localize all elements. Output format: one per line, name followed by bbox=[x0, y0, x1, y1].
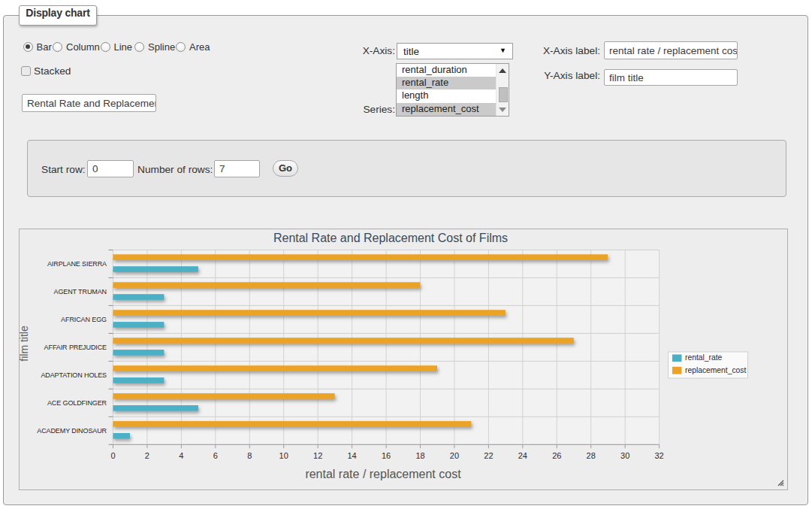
svg-text:6: 6 bbox=[213, 451, 218, 460]
svg-text:Rental Rate and Replacement Co: Rental Rate and Replacement Cost of Film… bbox=[273, 232, 508, 244]
svg-text:28: 28 bbox=[587, 451, 596, 460]
svg-text:8: 8 bbox=[247, 451, 252, 460]
svg-text:film title: film title bbox=[20, 326, 30, 362]
svg-text:30: 30 bbox=[620, 451, 629, 460]
svg-text:rental rate / replacement cost: rental rate / replacement cost bbox=[305, 468, 461, 480]
svg-text:AFFAIR PREJUDICE: AFFAIR PREJUDICE bbox=[44, 344, 107, 351]
svg-text:rental_rate: rental_rate bbox=[685, 353, 723, 362]
svg-text:18: 18 bbox=[415, 451, 424, 460]
svg-text:replacement_cost: replacement_cost bbox=[685, 366, 746, 374]
svg-text:AFRICAN EGG: AFRICAN EGG bbox=[61, 316, 107, 323]
svg-text:AIRPLANE SIERRA: AIRPLANE SIERRA bbox=[47, 260, 107, 268]
svg-text:AGENT TRUMAN: AGENT TRUMAN bbox=[54, 288, 107, 295]
svg-text:2: 2 bbox=[145, 451, 149, 460]
svg-text:ADAPTATION HOLES: ADAPTATION HOLES bbox=[41, 371, 107, 379]
svg-text:16: 16 bbox=[382, 451, 391, 460]
svg-text:4: 4 bbox=[179, 451, 183, 460]
svg-text:26: 26 bbox=[552, 451, 561, 460]
svg-text:0: 0 bbox=[110, 451, 115, 460]
svg-text:22: 22 bbox=[484, 451, 493, 460]
svg-text:20: 20 bbox=[450, 451, 459, 460]
svg-text:14: 14 bbox=[347, 451, 356, 460]
svg-text:ACADEMY DINOSAUR: ACADEMY DINOSAUR bbox=[37, 427, 107, 435]
svg-text:24: 24 bbox=[518, 451, 527, 460]
svg-text:10: 10 bbox=[279, 451, 288, 460]
svg-text:ACE GOLDFINGER: ACE GOLDFINGER bbox=[47, 399, 107, 407]
svg-text:12: 12 bbox=[313, 451, 322, 460]
svg-text:32: 32 bbox=[654, 451, 663, 460]
